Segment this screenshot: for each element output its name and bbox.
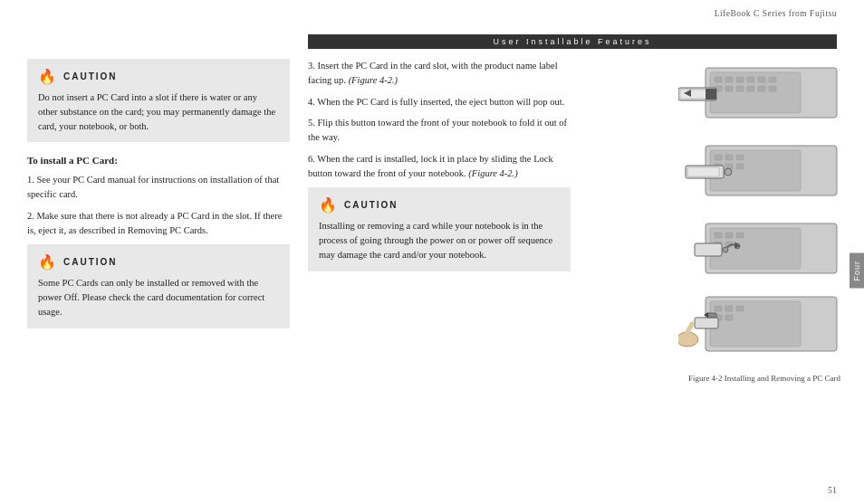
svg-rect-31 <box>715 233 722 238</box>
svg-rect-43 <box>725 306 733 311</box>
svg-rect-46 <box>725 315 733 320</box>
mid-step-5-number: 5. <box>308 118 318 128</box>
caution-box-2: 🔥 CAUTION Some PC Cards can only be inst… <box>27 244 290 328</box>
svg-rect-1 <box>710 72 801 113</box>
caution-text-1: Do not insert a PC Card into a slot if t… <box>38 90 279 133</box>
figure-image-2 <box>678 137 850 207</box>
svg-rect-16 <box>706 89 716 100</box>
page-container: LifeBook C Series from Fujitsu User Inst… <box>0 0 864 504</box>
svg-line-51 <box>687 324 692 332</box>
install-heading: To install a PC Card: <box>27 155 290 166</box>
left-step-1: 1. See your PC Card manual for instructi… <box>27 173 290 202</box>
svg-rect-21 <box>725 155 733 160</box>
caution-header-1: 🔥 CAUTION <box>38 68 279 85</box>
caution-header-2: 🔥 CAUTION <box>38 253 279 271</box>
section-title-bar: User Installable Features <box>308 34 837 49</box>
middle-column: 3. Insert the PC Card in the card slot, … <box>308 59 571 284</box>
header-title: LifeBook C Series from Fujitsu <box>715 9 837 18</box>
page-number: 51 <box>828 485 837 495</box>
mid-step-5: 5. Flip this button toward the front of … <box>308 116 571 145</box>
mid-step-6-italic: (Figure 4-2.) <box>468 168 517 178</box>
caution-icon-2: 🔥 <box>38 253 56 271</box>
mid-step-5-text: Flip this button toward the front of you… <box>308 118 567 142</box>
svg-rect-25 <box>736 164 744 169</box>
caution-icon-1: 🔥 <box>38 68 56 85</box>
mid-step-6-text: When the card is installed, lock it in p… <box>308 154 553 178</box>
mid-step-3-text: Insert the PC Card in the card slot, wit… <box>308 61 558 85</box>
section-title: User Installable Features <box>493 37 651 46</box>
svg-rect-22 <box>736 155 744 160</box>
svg-rect-44 <box>736 306 744 311</box>
svg-rect-13 <box>769 86 776 91</box>
svg-rect-41 <box>710 301 801 347</box>
figure-image-3 <box>678 214 850 285</box>
svg-rect-12 <box>758 86 765 91</box>
caution-title-middle: CAUTION <box>344 200 398 210</box>
mid-step-6-number: 6. <box>308 154 317 164</box>
svg-rect-42 <box>715 306 722 311</box>
caution-header-middle: 🔥 CAUTION <box>319 196 560 214</box>
svg-rect-10 <box>736 86 744 91</box>
caution-box-middle: 🔥 CAUTION Installing or removing a card … <box>308 187 571 271</box>
figure-caption: Figure 4-2 Installing and Removing a PC … <box>688 374 840 383</box>
mid-step-4: 4. When the PC Card is fully inserted, t… <box>308 95 571 109</box>
svg-rect-48 <box>707 313 716 318</box>
figure-image-4 <box>678 292 850 363</box>
mid-step-6: 6. When the card is installed, lock it i… <box>308 152 571 181</box>
svg-point-50 <box>678 332 698 347</box>
svg-point-28 <box>725 168 732 176</box>
mid-step-3-number: 3. <box>308 61 318 71</box>
caution-title-1: CAUTION <box>63 71 118 81</box>
svg-rect-11 <box>747 86 754 91</box>
svg-rect-5 <box>747 77 754 82</box>
mid-step-4-text: When the PC Card is fully inserted, the … <box>317 97 564 107</box>
svg-rect-47 <box>695 318 718 328</box>
left-step-1-number: 1. <box>27 175 37 185</box>
caution-icon-middle: 🔥 <box>319 196 337 214</box>
svg-rect-27 <box>687 167 719 176</box>
mid-step-4-number: 4. <box>308 97 317 107</box>
mid-step-3: 3. Insert the PC Card in the card slot, … <box>308 59 571 88</box>
svg-rect-7 <box>769 77 776 82</box>
svg-point-37 <box>723 247 728 252</box>
caution-title-2: CAUTION <box>63 257 118 267</box>
left-step-2-number: 2. <box>27 211 37 221</box>
svg-rect-2 <box>715 77 722 82</box>
caution-text-2: Some PC Cards can only be installed or r… <box>38 276 279 319</box>
page-header: LifeBook C Series from Fujitsu <box>715 9 837 18</box>
figure-image-1 <box>678 59 850 129</box>
left-step-2-text: Make sure that there is not already a PC… <box>27 211 282 235</box>
left-column: 🔥 CAUTION Do not insert a PC Card into a… <box>27 59 290 341</box>
svg-rect-3 <box>725 77 733 82</box>
mid-step-3-italic: (Figure 4-2.) <box>349 75 398 85</box>
right-column: Figure 4-2 Installing and Removing a PC … <box>669 59 859 383</box>
left-step-1-text: See your PC Card manual for instructions… <box>27 175 279 199</box>
figure-container: Figure 4-2 Installing and Removing a PC … <box>669 59 859 383</box>
svg-rect-4 <box>736 77 744 82</box>
svg-rect-6 <box>758 77 765 82</box>
caution-text-middle: Installing or removing a card while your… <box>319 219 560 262</box>
svg-rect-36 <box>695 243 722 256</box>
right-tab: Four <box>850 253 864 289</box>
svg-rect-33 <box>736 233 744 238</box>
svg-rect-9 <box>725 86 733 91</box>
svg-rect-32 <box>725 233 733 238</box>
svg-rect-20 <box>715 155 722 160</box>
caution-box-1: 🔥 CAUTION Do not insert a PC Card into a… <box>27 59 290 142</box>
left-step-2: 2. Make sure that there is not already a… <box>27 209 290 238</box>
